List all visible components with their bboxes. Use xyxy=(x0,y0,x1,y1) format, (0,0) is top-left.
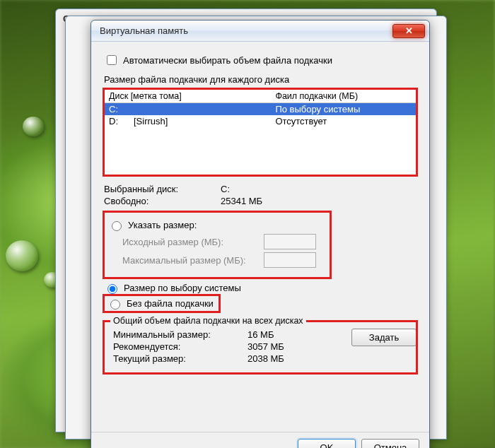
system-managed-label: Размер по выбору системы xyxy=(124,283,241,293)
close-icon: ✕ xyxy=(405,25,413,36)
ok-button-label: OK xyxy=(320,442,334,448)
no-paging-group: Без файла подкачки xyxy=(104,295,219,312)
dialog-title: Виртуальная память xyxy=(100,25,392,36)
virtual-memory-dialog: Виртуальная память ✕ Автоматически выбир… xyxy=(91,20,430,448)
drive-row[interactable]: C: По выбору системы xyxy=(105,103,416,115)
paging-col-label: Фаил подкачки (МБ) xyxy=(275,91,412,101)
drive-col-label: Диск [метка тома] xyxy=(109,91,275,101)
recommended-label: Рекомендуется: xyxy=(113,341,248,352)
ok-button[interactable]: OK xyxy=(298,439,356,448)
auto-manage-label: Автоматически выбирать объем файла подка… xyxy=(123,55,332,66)
selected-drive-label: Выбранный диск: xyxy=(104,184,221,194)
max-size-label: Максимальный размер (МБ): xyxy=(122,255,264,266)
recommended-value: 3057 МБ xyxy=(248,341,284,352)
min-size-label: Минимальный размер: xyxy=(113,329,248,340)
no-paging-label: Без файла подкачки xyxy=(127,298,214,309)
no-paging-radio[interactable] xyxy=(110,300,120,310)
free-space-label: Свободно: xyxy=(104,196,221,206)
dialog-footer: OK Отмена xyxy=(91,432,429,448)
auto-manage-checkbox[interactable] xyxy=(107,55,117,65)
totals-legend: Общий объем файла подкачки на всех диска… xyxy=(110,316,306,326)
per-drive-section-label: Размер файла подкачки для каждого диска xyxy=(104,74,417,85)
free-space-value: 25341 МБ xyxy=(221,196,262,206)
drive-letter: D: xyxy=(109,116,118,126)
close-button[interactable]: ✕ xyxy=(392,24,425,38)
drive-list-header: Диск [метка тома] Фаил подкачки (МБ) xyxy=(105,90,416,103)
drive-volume-label: [Sirrush] xyxy=(134,116,168,126)
min-size-value: 16 МБ xyxy=(248,329,274,340)
system-managed-radio[interactable] xyxy=(107,284,117,294)
dialog-content: Автоматически выбирать объем файла подка… xyxy=(91,42,429,432)
selected-drive-row: Выбранный диск: C: xyxy=(104,184,417,194)
titlebar[interactable]: Виртуальная память ✕ xyxy=(91,20,429,42)
custom-size-label: Указать размер: xyxy=(128,220,197,230)
drive-letter: C: xyxy=(109,104,118,114)
free-space-row: Свободно: 25341 МБ xyxy=(104,196,417,206)
drive-paging-value: Отсутствует xyxy=(275,116,327,126)
custom-size-group: Указать размер: Исходный размер (МБ): Ма… xyxy=(104,212,330,278)
wallpaper-droplet xyxy=(6,240,38,271)
totals-fieldset: Общий объем файла подкачки на всех диска… xyxy=(104,322,417,373)
custom-size-radio[interactable] xyxy=(112,221,122,231)
selected-drive-value: C: xyxy=(221,184,230,194)
drive-row[interactable]: D:[Sirrush] Отсутствует xyxy=(105,115,416,127)
current-size-value: 2038 МБ xyxy=(248,353,284,364)
current-size-label: Текущий размер: xyxy=(113,353,248,364)
cancel-button-label: Отмена xyxy=(374,442,407,448)
initial-size-label: Исходный размер (МБ): xyxy=(122,237,264,247)
max-size-input[interactable] xyxy=(264,252,316,268)
drive-list[interactable]: Диск [метка тома] Фаил подкачки (МБ) C: … xyxy=(104,89,417,175)
initial-size-input[interactable] xyxy=(264,234,316,249)
cancel-button[interactable]: Отмена xyxy=(361,439,419,448)
wallpaper-droplet xyxy=(23,117,44,136)
drive-paging-value: По выбору системы xyxy=(275,104,360,114)
